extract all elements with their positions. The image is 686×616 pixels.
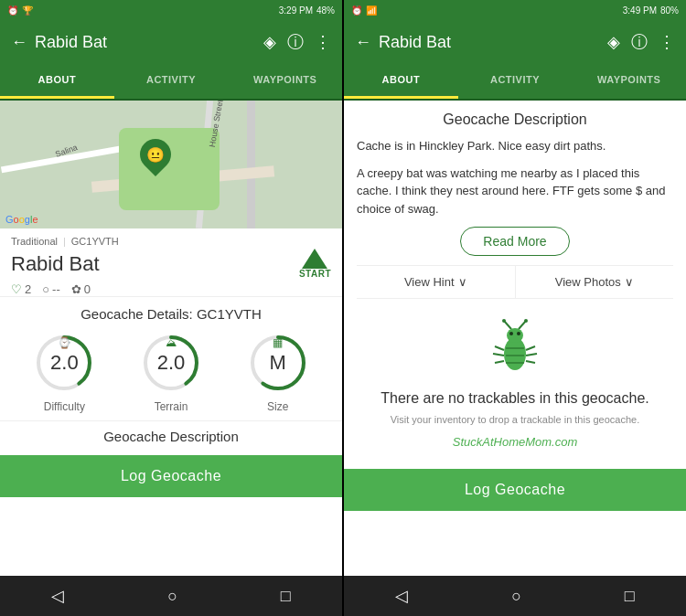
google-logo: Google xyxy=(5,214,38,225)
right-home-nav[interactable]: ○ xyxy=(511,587,521,606)
difficulty-icon: ⌚ xyxy=(58,336,71,349)
difficulty-label: Difficulty xyxy=(44,400,85,413)
left-home-nav[interactable]: ○ xyxy=(167,587,177,606)
right-back-button[interactable]: ← xyxy=(355,33,371,52)
right-tabs: ABOUT ACTIVITY WAYPOINTS xyxy=(344,64,686,101)
description-para-2: A creepy bat was watching me nearby as I… xyxy=(357,165,673,218)
right-bottom-nav: ◁ ○ □ xyxy=(344,576,686,616)
size-circle: ▦ M xyxy=(246,331,310,395)
svg-line-18 xyxy=(526,354,537,356)
right-top-bar: ← Rabid Bat ◈ ⓘ ⋮ xyxy=(344,20,686,64)
left-scroll-area: 😐 House Street Salina Google Traditional… xyxy=(0,101,342,576)
difficulty-value: 2.0 xyxy=(50,351,79,375)
info-icon[interactable]: ⓘ xyxy=(287,31,304,53)
terrain-icon: ⛰ xyxy=(166,336,177,349)
right-battery: 80% xyxy=(660,5,679,16)
right-info-icon[interactable]: ⓘ xyxy=(631,31,648,53)
left-time: 3:29 PM xyxy=(279,5,313,16)
tab-about-right[interactable]: ABOUT xyxy=(344,64,458,99)
description-para-1: Cache is in Hinckley Park. Nice easy dir… xyxy=(357,137,673,155)
svg-point-12 xyxy=(502,319,506,323)
difficulty-circle: ⌚ 2.0 xyxy=(32,331,96,395)
right-wifi-icon: 📶 xyxy=(366,5,377,16)
terrain-circle-wrap: ⛰ 2.0 Terrain xyxy=(139,331,203,413)
left-description-title: Geocache Description xyxy=(11,429,331,444)
right-recent-nav[interactable]: □ xyxy=(625,587,635,606)
view-hint-button[interactable]: View Hint ∨ xyxy=(357,266,516,298)
svg-point-9 xyxy=(517,332,520,335)
terrain-label: Terrain xyxy=(155,400,188,413)
svg-point-8 xyxy=(509,332,513,335)
size-circle-wrap: ▦ M Size xyxy=(246,331,310,413)
left-phone-panel: ⏰ 🏆 3:29 PM 48% ← Rabid Bat ◈ ⓘ ⋮ ABOUT … xyxy=(0,0,342,616)
trophy-icon: 🏆 xyxy=(22,5,33,16)
right-scroll-area: Geocache Description Cache is in Hinckle… xyxy=(344,101,686,576)
right-description-title: Geocache Description xyxy=(357,112,673,128)
tab-waypoints-left[interactable]: WAYPOINTS xyxy=(228,64,342,99)
right-more-icon[interactable]: ⋮ xyxy=(659,32,675,52)
tab-activity-right[interactable]: ACTIVITY xyxy=(458,64,573,99)
right-page-title: Rabid Bat xyxy=(379,33,600,52)
read-more-button[interactable]: Read More xyxy=(460,227,569,256)
right-alarm-icon: ⏰ xyxy=(351,5,362,16)
start-label: START xyxy=(299,269,331,279)
tab-activity-left[interactable]: ACTIVITY xyxy=(114,64,229,99)
right-phone-panel: ⏰ 📶 3:49 PM 80% ← Rabid Bat ◈ ⓘ ⋮ ABOUT … xyxy=(344,0,686,616)
svg-line-19 xyxy=(526,361,535,363)
left-log-geocache-button[interactable]: Log Geocache xyxy=(0,455,342,497)
back-button[interactable]: ← xyxy=(11,33,27,52)
trackable-title: There are no trackables in this geocache… xyxy=(381,390,649,407)
right-log-geocache-button[interactable]: Log Geocache xyxy=(344,469,686,511)
heart-icon: ♡ xyxy=(11,282,22,296)
left-page-title: Rabid Bat xyxy=(35,33,256,52)
map-area[interactable]: 😐 House Street Salina Google xyxy=(0,101,342,228)
left-recent-nav[interactable]: □ xyxy=(281,587,291,606)
start-button[interactable]: START xyxy=(299,249,331,279)
awards-icon: ✿ xyxy=(71,282,81,296)
tab-about-left[interactable]: ABOUT xyxy=(0,64,114,99)
hint-chevron-icon: ∨ xyxy=(458,275,467,289)
right-navigate-icon[interactable]: ◈ xyxy=(607,32,620,52)
hint-label: View Hint xyxy=(404,275,455,289)
tab-waypoints-right[interactable]: WAYPOINTS xyxy=(572,64,686,99)
terrain-circle: ⛰ 2.0 xyxy=(139,331,203,395)
hearts-count: 2 xyxy=(25,282,31,296)
cache-name: Rabid Bat xyxy=(11,252,100,276)
left-back-nav[interactable]: ◁ xyxy=(51,586,64,606)
watermark-text: StuckAtHomeMom.com xyxy=(453,435,578,449)
left-battery: 48% xyxy=(316,5,335,16)
difficulty-circle-wrap: ⌚ 2.0 Difficulty xyxy=(32,331,96,413)
cache-info: Traditional | GC1YVTH Rabid Bat START ♡ … xyxy=(0,228,342,296)
view-photos-button[interactable]: View Photos ∨ xyxy=(516,266,674,298)
svg-point-7 xyxy=(507,328,523,343)
left-tabs: ABOUT ACTIVITY WAYPOINTS xyxy=(0,64,342,101)
terrain-value: 2.0 xyxy=(157,351,186,375)
bug-icon xyxy=(488,315,542,383)
size-value: M xyxy=(269,351,285,375)
right-time: 3:49 PM xyxy=(623,5,657,16)
photos-chevron-icon: ∨ xyxy=(625,275,634,289)
right-back-nav[interactable]: ◁ xyxy=(395,586,408,606)
track-count: -- xyxy=(52,282,60,296)
gc-details-section: Geocache Details: GC1YVTH ⌚ 2.0 Difficul… xyxy=(0,296,342,420)
left-top-bar: ← Rabid Bat ◈ ⓘ ⋮ xyxy=(0,20,342,64)
trackable-section: There are no trackables in this geocache… xyxy=(357,306,673,458)
svg-point-13 xyxy=(524,319,528,323)
svg-line-14 xyxy=(495,346,504,350)
navigate-icon[interactable]: ◈ xyxy=(263,32,276,52)
size-label: Size xyxy=(267,400,288,413)
svg-line-17 xyxy=(526,346,535,350)
svg-line-16 xyxy=(495,361,504,363)
left-bottom-nav: ◁ ○ □ xyxy=(0,576,342,616)
gc-details-title: Geocache Details: GC1YVTH xyxy=(11,306,331,322)
photos-label: View Photos xyxy=(555,275,621,289)
left-status-bar: ⏰ 🏆 3:29 PM 48% xyxy=(0,0,342,20)
cache-id: GC1YVTH xyxy=(71,236,119,247)
cache-type: Traditional xyxy=(11,236,58,247)
size-icon: ▦ xyxy=(273,336,283,349)
more-icon[interactable]: ⋮ xyxy=(315,32,331,52)
awards-count: 0 xyxy=(84,282,91,296)
right-status-bar: ⏰ 📶 3:49 PM 80% xyxy=(344,0,686,20)
left-description-section: Geocache Description xyxy=(0,420,342,455)
svg-line-15 xyxy=(493,354,504,356)
